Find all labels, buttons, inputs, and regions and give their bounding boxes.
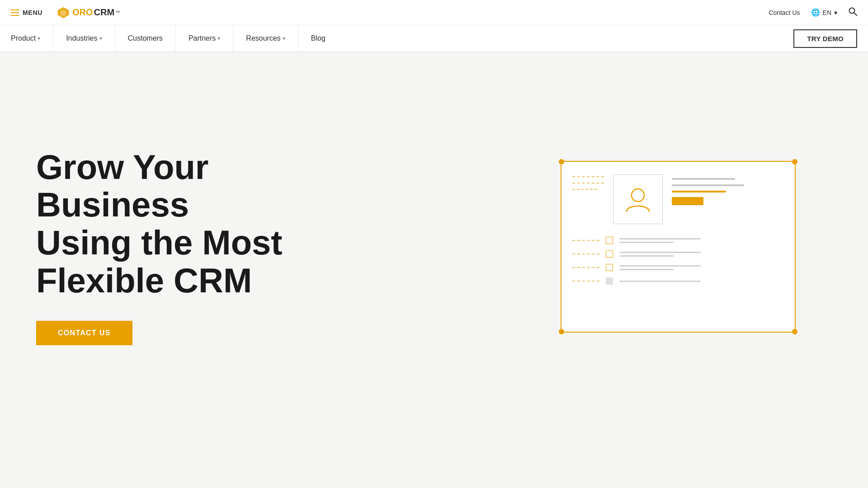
card-row-3 <box>572 264 784 271</box>
search-icon <box>848 7 857 16</box>
search-button[interactable] <box>848 7 857 18</box>
nav-blog-label: Blog <box>311 34 326 42</box>
profile-box <box>613 174 663 224</box>
nav-bar: Product ▾ Industries ▾ Customers Partner… <box>0 25 868 52</box>
card-info-right <box>672 174 784 205</box>
crm-card <box>561 161 796 333</box>
row-line-half-2 <box>619 255 674 257</box>
hero-section: Grow Your Business Using the Most Flexib… <box>0 52 868 441</box>
row-checkbox-2 <box>606 250 613 258</box>
row-line-full-4 <box>619 281 701 282</box>
corner-dot-tr <box>792 159 797 164</box>
svg-point-4 <box>632 189 644 202</box>
card-row-1 <box>572 237 784 244</box>
nav-item-blog[interactable]: Blog <box>298 25 338 52</box>
product-chevron-icon: ▾ <box>38 35 40 42</box>
nav-item-industries[interactable]: Industries ▾ <box>53 25 115 52</box>
info-highlight-line <box>672 191 726 192</box>
hero-title: Grow Your Business Using the Most Flexib… <box>36 148 330 299</box>
logo-oro-text: ORO <box>72 7 93 18</box>
contact-us-button[interactable]: CONTACT US <box>36 321 132 345</box>
logo-crm-text: CRM <box>94 7 115 18</box>
row-lines-1 <box>619 238 784 243</box>
corner-dot-br <box>792 329 797 334</box>
language-label: EN <box>823 9 831 16</box>
row-line-full-2 <box>619 252 701 253</box>
nav-industries-label: Industries <box>66 34 97 42</box>
lang-chevron: ▾ <box>834 9 837 16</box>
corner-dot-bl <box>559 329 564 334</box>
corner-dot-tl <box>559 159 564 164</box>
nav-item-partners[interactable]: Partners ▾ <box>176 25 233 52</box>
crm-illustration <box>561 161 796 333</box>
partners-chevron-icon: ▾ <box>217 35 220 42</box>
info-line-1 <box>672 178 735 180</box>
row-line-half-3 <box>619 269 674 270</box>
resources-chevron-icon: ▾ <box>283 35 285 42</box>
profile-icon <box>622 183 654 215</box>
row-lines-2 <box>619 252 784 257</box>
hero-content: Grow Your Business Using the Most Flexib… <box>36 148 330 345</box>
dashed-label-3 <box>572 189 597 190</box>
nav-resources-label: Resources <box>246 34 280 42</box>
nav-product-label: Product <box>11 34 36 42</box>
row-checkbox-3 <box>606 264 613 271</box>
row-checkbox-1 <box>606 237 613 244</box>
row-checkbox-4 <box>606 277 613 285</box>
hero-title-line2: Using the Most <box>36 223 283 262</box>
menu-button[interactable]: MENU <box>11 9 42 16</box>
nav-item-customers[interactable]: Customers <box>115 25 176 52</box>
menu-label: MENU <box>23 9 42 16</box>
industries-chevron-icon: ▾ <box>99 35 102 42</box>
card-row-4 <box>572 277 784 285</box>
nav-item-resources[interactable]: Resources ▾ <box>233 25 298 52</box>
contact-us-link[interactable]: Contact Us <box>769 9 800 16</box>
svg-line-3 <box>854 13 857 15</box>
card-inner <box>561 162 795 332</box>
row-dashed-4 <box>572 281 599 282</box>
logo-tm-text: ™ <box>115 10 120 15</box>
nav-customers-label: Customers <box>128 34 163 42</box>
info-line-2 <box>672 184 744 186</box>
row-dashed-1 <box>572 240 599 241</box>
top-bar-left: MENU OROCRM™ <box>11 6 120 19</box>
row-lines-4 <box>619 281 784 282</box>
logo-icon <box>57 6 70 19</box>
hero-title-line3: Flexible CRM <box>36 261 252 300</box>
dashed-label-2 <box>572 183 604 183</box>
card-labels-left <box>572 176 604 190</box>
card-rows <box>572 237 784 285</box>
top-bar: MENU OROCRM™ Contact Us 🌐 EN ▾ <box>0 0 868 25</box>
card-row-2 <box>572 250 784 258</box>
logo[interactable]: OROCRM™ <box>57 6 120 19</box>
globe-icon: 🌐 <box>811 8 820 17</box>
row-line-half-1 <box>619 242 674 243</box>
card-top-row <box>572 174 784 224</box>
info-badge <box>672 197 703 205</box>
nav-item-product[interactable]: Product ▾ <box>11 25 53 52</box>
row-line-full-3 <box>619 265 701 267</box>
row-dashed-3 <box>572 267 599 268</box>
hamburger-icon <box>11 9 19 16</box>
row-dashed-2 <box>572 253 599 254</box>
nav-partners-label: Partners <box>189 34 216 42</box>
row-line-full-1 <box>619 238 701 239</box>
top-bar-right: Contact Us 🌐 EN ▾ <box>769 7 857 18</box>
dashed-label-1 <box>572 176 604 177</box>
nav-links: Product ▾ Industries ▾ Customers Partner… <box>11 25 338 52</box>
hero-title-line1: Grow Your Business <box>36 148 208 224</box>
try-demo-button[interactable]: TRY DEMO <box>793 29 857 48</box>
language-selector[interactable]: 🌐 EN ▾ <box>811 8 837 17</box>
row-lines-3 <box>619 265 784 270</box>
